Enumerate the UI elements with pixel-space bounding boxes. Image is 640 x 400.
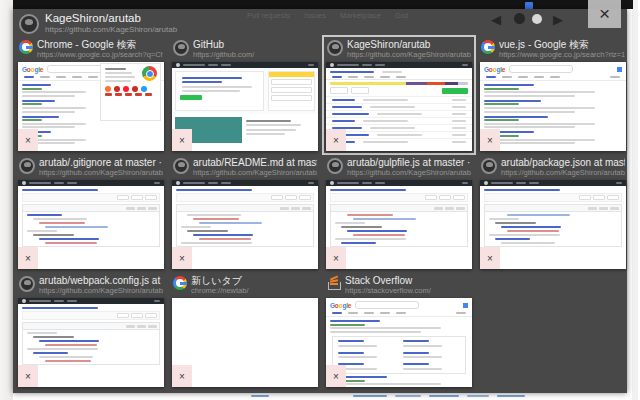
tab-card-header[interactable]: 新しいタブchrome://newtab/ (171, 274, 319, 298)
page-dot-active[interactable] (514, 13, 525, 24)
thumb-decoration (484, 103, 519, 105)
thumb-decoration (480, 81, 626, 144)
tab-close-button[interactable]: × (18, 247, 38, 269)
thumb-decoration (145, 195, 157, 200)
thumb-decoration (330, 71, 374, 73)
tab-card[interactable]: arutab/gulpfile.js at master · KageShirh… (325, 156, 473, 270)
thumb-decoration (334, 349, 399, 361)
next-page-arrow-button[interactable]: ▶ (553, 12, 563, 28)
github-favicon-icon (173, 40, 189, 56)
tab-card[interactable]: arutab/.gitignore at master · KageShirht… (17, 156, 165, 270)
tab-thumbnail[interactable]: × (18, 298, 164, 387)
tab-card[interactable]: Stack Overflowhttps://stackoverflow.com/… (325, 274, 473, 388)
tab-url: chrome://newtab/ (191, 286, 317, 295)
thumb-decoration (105, 93, 112, 96)
thumb-decoration (337, 64, 359, 66)
background-scrollbar[interactable] (632, 0, 638, 400)
overlay-close-button[interactable]: × (588, 0, 621, 28)
tab-close-button[interactable]: × (480, 129, 500, 151)
tab-close-button[interactable]: × (326, 129, 346, 151)
tab-title: vue.js - Google 検索 (499, 39, 625, 50)
thumb-decoration (183, 64, 205, 66)
thumb-decoration (172, 68, 318, 114)
thumb-decoration (330, 63, 334, 67)
tab-card-header[interactable]: GitHubhttps://github.com/ (171, 38, 319, 62)
tab-card[interactable]: GitHubhttps://github.com/× (171, 38, 319, 152)
tab-close-button[interactable]: × (18, 365, 38, 387)
thumb-decoration (599, 207, 608, 210)
page-dot-inactive[interactable] (532, 14, 542, 24)
thumb-decoration (326, 131, 472, 138)
thumb-decoration (334, 338, 399, 350)
tab-card[interactable]: arutab/README.md at master · KageShttps:… (171, 156, 319, 270)
thumb-decoration (39, 238, 99, 240)
tab-card-header[interactable]: Stack Overflowhttps://stackoverflow.com/ (325, 274, 473, 298)
thumb-decoration (154, 300, 160, 302)
thumb-decoration (326, 124, 472, 131)
tab-card[interactable]: 新しいタブchrome://newtab/× (171, 274, 319, 388)
thumb-decoration (27, 332, 57, 334)
tab-close-button[interactable]: × (172, 129, 192, 151)
tab-title: arutab/README.md at master · KageS (193, 157, 317, 168)
tab-card[interactable]: arutab/package.json at master · Kagehttp… (479, 156, 627, 270)
screenshot-stage: Pull requests Issues Marketplace Gist Ka… (0, 0, 640, 400)
tab-thumbnail[interactable]: × (172, 298, 318, 387)
tab-close-button[interactable]: × (172, 247, 192, 269)
tab-thumbnail[interactable]: × (326, 180, 472, 269)
thumb-decoration (105, 72, 133, 74)
thumb-decoration (375, 64, 385, 66)
tab-card[interactable]: vue.js - Google 検索https://www.google.co.… (479, 38, 627, 152)
thumb-decoration (22, 204, 160, 247)
tab-card-header[interactable]: arutab/gulpfile.js at master · KageShirh… (325, 156, 473, 180)
thumb-decoration (377, 134, 422, 136)
prev-page-arrow-button[interactable]: ◀ (491, 12, 501, 28)
tab-thumbnail[interactable]: Google× (480, 62, 626, 151)
thumb-decoration (495, 222, 536, 224)
tab-card-header[interactable]: Chrome - Google 検索https://www.google.co.… (17, 38, 165, 62)
thumb-decoration (115, 93, 122, 96)
tab-card-header[interactable]: arutab/.gitignore at master · KageShirht… (17, 156, 165, 180)
thumb-decoration (399, 349, 464, 361)
blurred-footer-link (467, 395, 489, 397)
tab-card[interactable]: arutab/webpack.config.js at master · Kht… (17, 274, 165, 388)
thumb-decoration (145, 93, 152, 96)
tab-thumbnail[interactable]: Google× (326, 298, 472, 387)
tab-thumbnail[interactable]: × (326, 62, 472, 151)
thumb-decoration (67, 182, 77, 184)
tab-close-button[interactable]: × (480, 247, 500, 269)
background-nav-item: Pull requests (247, 11, 290, 20)
thumb-decoration (67, 300, 77, 302)
thumb-decoration (480, 84, 626, 97)
github-icon (19, 14, 39, 34)
tab-thumbnail[interactable]: × (18, 180, 164, 269)
thumb-decoration (452, 141, 466, 143)
thumb-decoration (22, 84, 51, 86)
tab-thumbnail[interactable]: Google× (18, 62, 164, 151)
thumb-decoration (534, 76, 544, 78)
tab-card-header[interactable]: arutab/README.md at master · KageShttps:… (171, 156, 319, 180)
tab-close-button[interactable]: × (18, 129, 38, 151)
tab-thumbnail[interactable]: × (172, 62, 318, 151)
thumb-decoration (326, 317, 472, 387)
tab-card-selected[interactable]: KageShiron/arutabhttps://github.com/Kage… (325, 38, 473, 152)
thumb-decoration (326, 117, 472, 124)
thumb-decoration (442, 88, 468, 94)
tab-close-button[interactable]: × (172, 365, 192, 387)
thumb-decoration (142, 66, 157, 81)
thumb-decoration (26, 46, 33, 49)
tab-thumbnail[interactable]: × (480, 180, 626, 269)
thumb-decoration (377, 113, 422, 115)
tab-title: Chrome - Google 検索 (37, 39, 163, 50)
tab-thumbnail[interactable]: × (172, 180, 318, 269)
thumb-decoration (370, 106, 415, 108)
tab-card-header[interactable]: KageShiron/arutabhttps://github.com/Kage… (325, 38, 473, 62)
tab-close-button[interactable]: × (326, 365, 346, 387)
tab-card[interactable]: Chrome - Google 検索https://www.google.co.… (17, 38, 165, 152)
tab-card-header[interactable]: vue.js - Google 検索https://www.google.co.… (479, 38, 627, 62)
tab-card-header[interactable]: arutab/package.json at master · Kagehttp… (479, 156, 627, 180)
thumb-decoration (348, 76, 358, 78)
tab-close-button[interactable]: × (326, 247, 346, 269)
thumb-decoration (507, 214, 570, 216)
tab-card-header[interactable]: arutab/webpack.config.js at master · Kht… (17, 274, 165, 298)
thumb-decoration (280, 207, 289, 210)
